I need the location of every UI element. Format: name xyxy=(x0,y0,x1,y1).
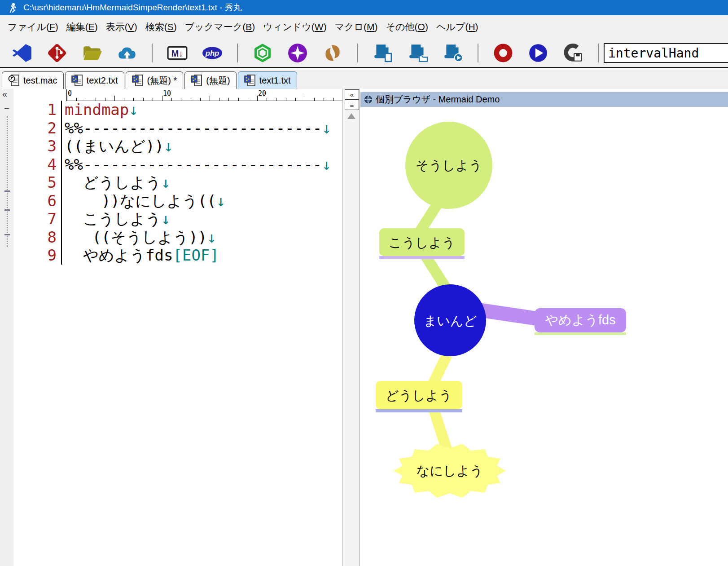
mindmap-node-yameyoufds: やめようfds xyxy=(535,308,626,335)
collapse-panel-button[interactable]: « xyxy=(345,89,359,100)
code-line: 4 %%--------------------------↓ xyxy=(13,155,342,174)
code-line: 5 どうしよう↓ xyxy=(13,173,342,192)
text-file-icon xyxy=(191,74,202,87)
eof-marker: [EOF] xyxy=(173,246,219,265)
ruler-number: 0 xyxy=(68,89,72,97)
svg-text:こうしよう: こうしよう xyxy=(389,235,455,250)
newline-marker: ↓ xyxy=(216,192,225,210)
macro-new-icon[interactable] xyxy=(373,43,393,63)
menu-help[interactable]: ヘルプ(H) xyxy=(432,21,482,33)
menu-search[interactable]: 検索(S) xyxy=(141,21,181,33)
tab-label: test.mac xyxy=(23,75,57,86)
tab-label: (無題) * xyxy=(147,75,177,87)
markdown-icon[interactable]: M↓ xyxy=(167,43,188,63)
tab-text1-txt[interactable]: text1.txt xyxy=(238,71,297,89)
line-number: 6 xyxy=(13,192,61,210)
toolbar-separator xyxy=(152,44,153,62)
svg-text:php: php xyxy=(205,49,219,57)
ruler-number: 20 xyxy=(258,89,266,97)
macro-run-icon[interactable] xyxy=(443,43,463,63)
line-number: 9 xyxy=(13,246,61,265)
toolbar-separator xyxy=(357,44,358,62)
text-file-icon xyxy=(244,74,256,87)
newline-marker: ↓ xyxy=(207,228,216,247)
mindmap-node-soushiyou: そうしよう xyxy=(405,122,492,209)
fold-margin: « − xyxy=(0,89,14,566)
menu-window[interactable]: ウィンドウ(W) xyxy=(259,21,330,33)
tab-untitled[interactable]: (無題) xyxy=(184,71,236,89)
claude-icon[interactable] xyxy=(322,43,343,63)
collapse-all-button[interactable]: « xyxy=(2,89,7,99)
tab-label: text2.txt xyxy=(87,75,118,86)
tab-untitled-modified[interactable]: (無題) * xyxy=(126,71,184,89)
fold-tick xyxy=(4,209,10,211)
mindmap-node-nanishiyou: なにしよう xyxy=(394,444,506,498)
fold-minus-mark[interactable]: − xyxy=(4,103,9,114)
tab-text2-txt[interactable]: text2.txt xyxy=(65,71,124,89)
menu-view[interactable]: 表示(V) xyxy=(102,21,141,33)
openai-icon[interactable] xyxy=(252,43,273,63)
code-line: 7 こうしよう↓ xyxy=(13,210,342,228)
newline-marker: ↓ xyxy=(164,137,173,155)
newline-marker: ↓ xyxy=(161,173,170,192)
editor-pane[interactable]: 0 10 20 1 mindmap↓ 2 %%-----------------… xyxy=(13,89,342,566)
line-number: 2 xyxy=(13,119,61,137)
line-number: 8 xyxy=(13,228,61,247)
macro-play-icon[interactable] xyxy=(528,43,548,63)
preview-title: 個別ブラウザ - Mermaid Demo xyxy=(376,93,500,106)
folder-open-icon[interactable] xyxy=(82,43,102,63)
hidemaru-window: C:\usr\hidemaru\HmMermaidSimpeRender\tex… xyxy=(0,0,728,566)
mindmap-node-koushiyou: こうしよう xyxy=(379,228,465,259)
toolbar-separator xyxy=(598,44,599,62)
menu-file[interactable]: ファイル(F) xyxy=(4,21,62,33)
macro-name-input[interactable] xyxy=(604,43,728,63)
preview-titlebar: 個別ブラウザ - Mermaid Demo xyxy=(360,92,728,107)
code-line: 3 ((まいんど))↓ xyxy=(13,137,342,155)
mindmap-edge-maindo-doushiyou xyxy=(433,353,448,385)
fold-tick xyxy=(4,190,10,192)
tab-bar: test.mac text2.txt (無題) * xyxy=(0,70,728,89)
mindmap-edge-doushiyou-nanishiyou xyxy=(434,409,447,449)
tab-label: (無題) xyxy=(206,75,230,87)
window-titlebar: C:\usr\hidemaru\HmMermaidSimpeRender\tex… xyxy=(0,0,728,15)
ruler-number: 10 xyxy=(163,89,171,97)
text-file-icon xyxy=(132,74,144,87)
column-ruler: 0 10 20 xyxy=(66,89,342,101)
macro-record-icon[interactable] xyxy=(493,43,513,63)
menu-edit[interactable]: 編集(E) xyxy=(62,21,102,33)
line-number: 5 xyxy=(13,173,61,192)
code-line: 8 ((そうしよう))↓ xyxy=(13,228,342,247)
menu-other[interactable]: その他(O) xyxy=(382,21,432,33)
git-icon[interactable] xyxy=(47,43,67,63)
menu-bookmark[interactable]: ブックマーク(B) xyxy=(181,21,259,33)
newline-marker: ↓ xyxy=(322,155,331,174)
code-area[interactable]: 1 mindmap↓ 2 %%-------------------------… xyxy=(13,101,342,265)
newline-marker: ↓ xyxy=(129,101,138,119)
tab-test-mac[interactable]: test.mac xyxy=(2,71,64,89)
mindmap-node-doushiyou: どうしよう xyxy=(376,381,462,412)
code-line: 1 mindmap↓ xyxy=(13,101,342,119)
mindmap-edge-maindo-yameyoufds xyxy=(479,310,539,319)
macro-open-icon[interactable] xyxy=(408,43,428,63)
menu-macro[interactable]: マクロ(M) xyxy=(331,21,382,33)
macro-file-icon xyxy=(8,74,20,87)
macro-save-icon[interactable] xyxy=(563,43,583,63)
php-icon[interactable]: php xyxy=(202,43,223,63)
svg-text:やめようfds: やめようfds xyxy=(545,313,615,327)
line-number: 4 xyxy=(13,155,61,174)
cloud-upload-icon[interactable] xyxy=(117,43,137,63)
svg-text:まいんど: まいんど xyxy=(424,314,477,328)
svg-text:M↓: M↓ xyxy=(171,49,183,58)
newline-marker: ↓ xyxy=(322,119,331,137)
vscode-icon[interactable] xyxy=(12,43,32,63)
toolbar: M↓ php xyxy=(0,39,728,68)
line-number: 1 xyxy=(13,101,61,119)
outline-list-button[interactable]: ≡ xyxy=(345,100,359,110)
window-title: C:\usr\hidemaru\HmMermaidSimpeRender\tex… xyxy=(23,2,242,13)
code-line: 6 ))なにしよう((↓ xyxy=(13,192,342,210)
toolbar-separator xyxy=(237,44,238,62)
fold-tick xyxy=(4,234,10,235)
gemini-icon[interactable] xyxy=(287,43,308,63)
editor-vertical-scrollbar[interactable]: « ≡ xyxy=(342,89,360,566)
scroll-up-arrow[interactable] xyxy=(347,113,355,119)
